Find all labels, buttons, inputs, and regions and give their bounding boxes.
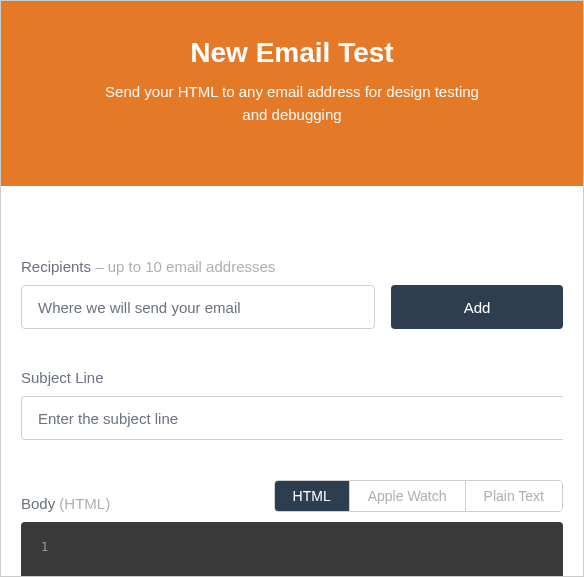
form-content: Recipients – up to 10 email addresses Ad…: [1, 186, 583, 577]
editor-line-number: 1: [41, 540, 48, 554]
page-subtitle: Send your HTML to any email address for …: [92, 81, 492, 126]
header-banner: New Email Test Send your HTML to any ema…: [1, 1, 583, 186]
subject-field-group: Subject Line: [21, 369, 563, 440]
body-field-group: Body (HTML) HTML Apple Watch Plain Text …: [21, 480, 563, 577]
body-label: Body (HTML): [21, 495, 110, 512]
add-button[interactable]: Add: [391, 285, 563, 329]
html-editor[interactable]: 1: [21, 522, 563, 577]
tab-html[interactable]: HTML: [275, 481, 350, 511]
subject-label: Subject Line: [21, 369, 563, 386]
body-label-text: Body: [21, 495, 55, 512]
tab-plain-text[interactable]: Plain Text: [466, 481, 562, 511]
recipients-label: Recipients – up to 10 email addresses: [21, 258, 563, 275]
recipients-label-text: Recipients: [21, 258, 91, 275]
body-header-row: Body (HTML) HTML Apple Watch Plain Text: [21, 480, 563, 512]
recipients-field-group: Recipients – up to 10 email addresses Ad…: [21, 258, 563, 329]
subject-input[interactable]: [21, 396, 563, 440]
recipients-hint: – up to 10 email addresses: [91, 258, 275, 275]
recipients-row: Add: [21, 285, 563, 329]
page-title: New Email Test: [41, 37, 543, 69]
body-hint: (HTML): [55, 495, 110, 512]
tab-apple-watch[interactable]: Apple Watch: [350, 481, 466, 511]
recipients-input[interactable]: [21, 285, 375, 329]
body-tabs: HTML Apple Watch Plain Text: [274, 480, 563, 512]
